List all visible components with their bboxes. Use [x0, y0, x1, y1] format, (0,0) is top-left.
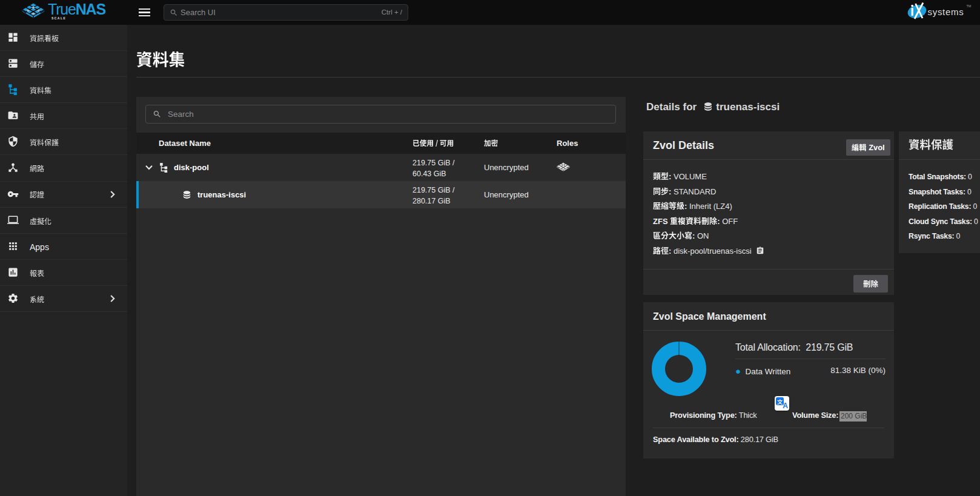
svg-text:systems: systems: [928, 7, 964, 17]
svg-text:TM: TM: [967, 4, 972, 8]
